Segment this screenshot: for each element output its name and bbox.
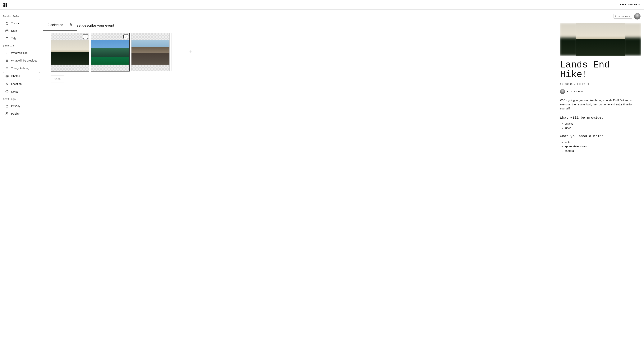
photo-thumbnail xyxy=(91,40,129,64)
sidebar-item-notes[interactable]: Notes xyxy=(3,88,40,96)
sidebar-item-what-well-do[interactable]: What we'll do xyxy=(3,49,40,57)
sidebar-item-theme[interactable]: Theme xyxy=(3,19,40,27)
svg-rect-27 xyxy=(6,106,8,107)
svg-rect-4 xyxy=(6,30,8,32)
sidebar-item-label: Location xyxy=(11,82,22,86)
preview-byline-text: BY TIM CHANG xyxy=(567,90,583,93)
sidebar-item-label: What will be provided xyxy=(11,59,38,62)
top-bar: SAVE AND EXIT xyxy=(0,0,644,10)
svg-point-23 xyxy=(6,83,7,84)
preview-tags: OUTDOORS / EXERCISE xyxy=(560,83,641,86)
camera-icon xyxy=(5,74,9,78)
sidebar-item-label: Publish xyxy=(11,112,20,115)
sidebar-section-settings: Settings xyxy=(3,98,40,100)
sidebar-item-label: Privacy xyxy=(11,104,20,108)
list-item: water xyxy=(565,140,641,144)
main-heading: ity photos that best describe your event xyxy=(51,24,549,28)
preview-panel: Preview mode Lands End Hike! OUTDOORS / … xyxy=(557,10,644,363)
sidebar-item-label: Date xyxy=(11,29,17,32)
list-icon xyxy=(5,59,9,62)
people-icon xyxy=(5,112,9,116)
trash-icon[interactable] xyxy=(69,23,72,27)
list-item: snacks xyxy=(565,122,641,126)
photo-thumbnail xyxy=(51,40,89,64)
sidebar-item-things-to-bring[interactable]: Things to bring xyxy=(3,64,40,72)
sidebar-item-label: Title xyxy=(11,37,16,40)
preview-bring-heading: What you should bring xyxy=(560,134,641,138)
chevron-right-icon[interactable] xyxy=(557,92,558,95)
checkmark-icon[interactable] xyxy=(124,34,128,39)
sidebar: Basic Info Theme Date Title Details What… xyxy=(0,10,43,363)
pin-icon xyxy=(5,82,9,86)
calendar-icon xyxy=(5,29,9,33)
save-and-exit-button[interactable]: SAVE AND EXIT xyxy=(620,3,640,6)
photo-thumbnail xyxy=(132,40,170,64)
photo-grid xyxy=(51,33,549,71)
preview-hero-image xyxy=(560,23,641,56)
sidebar-item-label: Theme xyxy=(11,22,20,25)
sidebar-item-location[interactable]: Location xyxy=(3,80,40,88)
text-icon xyxy=(5,36,9,40)
preview-title: Lands End Hike! xyxy=(560,60,641,80)
app-logo[interactable] xyxy=(3,2,8,7)
preview-bring-list: water appropriate shoes camera xyxy=(560,140,641,153)
svg-point-29 xyxy=(7,112,8,113)
list-item: appropriate shoes xyxy=(565,144,641,148)
photo-tile[interactable] xyxy=(131,33,170,71)
svg-rect-0 xyxy=(3,3,5,5)
sidebar-item-privacy[interactable]: Privacy xyxy=(3,102,40,110)
list-icon xyxy=(5,51,9,55)
checkmark-icon[interactable] xyxy=(83,34,88,39)
svg-point-28 xyxy=(6,112,7,114)
lock-icon xyxy=(5,104,9,108)
sidebar-item-publish[interactable]: Publish xyxy=(3,110,40,118)
plus-icon xyxy=(189,50,192,54)
list-icon xyxy=(5,66,9,70)
sidebar-item-label: Photos xyxy=(11,74,20,78)
preview-description: We're going to go on a hike through Land… xyxy=(560,98,641,111)
photo-tile[interactable] xyxy=(91,33,130,71)
sidebar-item-label: Things to bring xyxy=(11,67,30,70)
preview-provided-heading: What will be provided xyxy=(560,116,641,120)
sidebar-item-date[interactable]: Date xyxy=(3,27,40,35)
sidebar-item-title[interactable]: Title xyxy=(3,35,40,42)
svg-point-26 xyxy=(7,91,7,91)
preview-mode-badge: Preview mode xyxy=(614,14,632,18)
author-avatar xyxy=(560,89,565,94)
selection-toolbar: 2 selected xyxy=(43,19,77,31)
sidebar-section-basic-info: Basic Info xyxy=(3,15,40,18)
drop-icon xyxy=(5,21,9,25)
user-avatar[interactable] xyxy=(634,13,640,20)
list-item: camera xyxy=(565,149,641,153)
preview-provided-list: snacks lunch xyxy=(560,122,641,130)
add-photo-tile[interactable] xyxy=(172,33,210,71)
preview-byline: BY TIM CHANG xyxy=(560,89,641,94)
sidebar-section-details: Details xyxy=(3,45,40,48)
info-icon xyxy=(5,90,9,94)
sidebar-item-label: What we'll do xyxy=(11,51,28,54)
svg-rect-21 xyxy=(6,75,8,77)
save-button[interactable]: SAVE xyxy=(51,76,64,82)
svg-point-22 xyxy=(6,76,8,77)
svg-rect-1 xyxy=(6,3,7,4)
main-content: 2 selected ity photos that best describe… xyxy=(43,10,557,363)
sidebar-item-what-provided[interactable]: What will be provided xyxy=(3,57,40,64)
list-item: lunch xyxy=(565,126,641,130)
photo-tile[interactable] xyxy=(51,33,89,71)
sidebar-item-photos[interactable]: Photos xyxy=(3,72,40,80)
svg-rect-3 xyxy=(6,5,7,7)
preview-top-right: Preview mode xyxy=(614,13,640,20)
sidebar-item-label: Notes xyxy=(11,90,18,93)
svg-rect-2 xyxy=(4,5,5,7)
selection-count: 2 selected xyxy=(48,23,63,27)
